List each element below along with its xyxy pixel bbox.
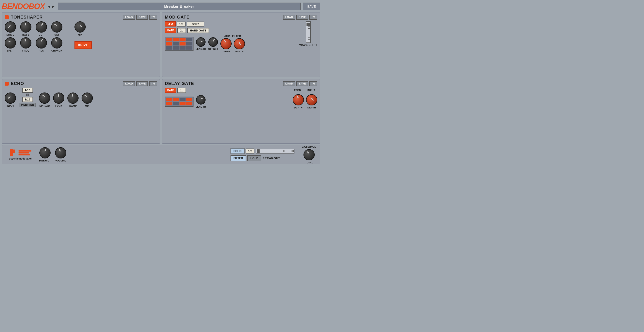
knob-cut[interactable] [36,21,47,33]
preset-name-bar[interactable]: Breaker Breaker [58,3,301,10]
delay-cell-4[interactable] [166,102,172,105]
hold-button[interactable]: HOLD [247,155,261,161]
toneshaper-load-button[interactable]: LOAD [123,15,135,20]
delay-gate-controls: LOAD SAVE !?! [283,81,317,86]
knob-dg-length-label: LENGTH [196,105,206,108]
mod-gate-grid[interactable] [165,37,194,51]
delay-gate-grid[interactable] [165,97,194,107]
knob-mix[interactable] [74,21,86,33]
echo-save-button[interactable]: SAVE [136,81,148,86]
drive-button[interactable]: DRIVE [74,41,92,49]
delay-cell-3[interactable] [186,98,192,101]
knob-volume-label: VOLUME [55,159,66,162]
pingpong-button[interactable]: PINGPONG [19,103,36,107]
gate-cell-10[interactable] [180,46,186,50]
echo-section: ECHO LOAD SAVE !?! INPUT 1/16 [2,79,160,143]
echo-title: ECHO [11,81,24,86]
gate-cell-6[interactable] [180,42,186,46]
delay-cell-7[interactable] [186,102,192,105]
mg-gate-button[interactable]: GATE [165,28,176,33]
separator [298,148,298,161]
knob-bass[interactable] [20,21,32,33]
knob-dg-length[interactable] [196,95,206,105]
echo-value-box[interactable]: 1/2 [246,148,254,153]
knob-mg-length[interactable] [196,37,206,47]
time-connector [26,94,29,96]
knob-dry-wet[interactable] [40,147,50,158]
gate-cell-1[interactable] [173,38,179,41]
mod-gate-load-button[interactable]: LOAD [283,15,295,20]
delay-gate-save-button[interactable]: SAVE [296,81,308,86]
freakout-slider[interactable] [256,149,294,153]
mod-gate-random-button[interactable]: !?! [309,15,317,20]
knob-input[interactable] [5,92,16,104]
gate-cell-5[interactable] [173,42,179,46]
knob-gate-mod-total[interactable] [304,149,315,160]
lfo-button[interactable]: LFO [165,21,176,27]
delay-gate-header: DELAY GATE LOAD SAVE !?! [165,81,317,86]
knob-amp-depth[interactable] [220,38,232,49]
knob-volume-wrap: VOLUME [55,147,66,162]
delay-cell-6[interactable] [180,102,186,105]
knob-damp[interactable] [67,92,78,104]
knob-input-depth[interactable] [306,94,317,105]
delay-cell-0[interactable] [166,98,172,101]
gate-cell-11[interactable] [186,46,192,50]
filter-bottom-button[interactable]: FILTER [230,155,246,161]
toneshaper-section: TONESHAPER LOAD SAVE !?! DRIVE [2,13,160,77]
nav-arrows[interactable]: ◄► [47,4,56,9]
delay-cell-2[interactable] [180,98,186,101]
delay-gate-button[interactable]: GATE [165,88,176,93]
gate-cell-2[interactable] [180,38,186,41]
echo-knobs: INPUT 1/16 1/16 PINGPONG SPREAD FDB [5,88,157,107]
lfo-value-box[interactable]: 1/8 [177,22,186,27]
knob-freq-wrap: FREQ [20,37,32,52]
knob-res-wrap: RES [36,37,47,52]
knob-mix-echo[interactable] [82,92,93,104]
knob-filter-depth[interactable] [234,38,245,49]
gate-cell-3[interactable] [186,38,192,41]
delay-cell-5[interactable] [173,102,179,105]
time-box-1[interactable]: 1/16 [22,88,33,93]
echo-load-button[interactable]: LOAD [123,81,135,86]
echo-bottom-button[interactable]: ECHO [230,148,245,154]
gate-cell-4[interactable] [166,42,172,46]
knob-drive[interactable] [5,21,16,33]
knob-res[interactable] [36,37,47,49]
feed-label: FEED [294,89,301,92]
gate-cell-9[interactable] [173,46,179,50]
knob-mg-offset[interactable] [208,37,218,47]
gate-mod-label: GATE/MOD [302,145,316,148]
delay-gate-value-box[interactable]: 1b [177,88,186,93]
lfo-type-box[interactable]: Saw2 [187,22,204,27]
knob-sat[interactable] [51,21,62,33]
gate-cell-8[interactable] [166,46,172,50]
mg-gate-value-box[interactable]: 2b [177,28,186,33]
wave-shift-slider[interactable] [306,21,311,43]
toneshaper-random-button[interactable]: !?! [149,15,157,20]
logo-lines [18,150,32,155]
echo-random-button[interactable]: !?! [149,81,157,86]
gate-cell-0[interactable] [166,38,172,41]
amp-label: AMP [224,35,230,38]
knob-fdbk[interactable] [53,92,64,104]
input-dg-label: INPUT [307,89,315,92]
delay-gate-load-button[interactable]: LOAD [283,81,295,86]
time-box-2[interactable]: 1/16 [22,97,33,102]
mg-gate-type-box[interactable]: HARD GATE [187,28,209,33]
knob-spread[interactable] [39,92,50,104]
knob-mg-length-label: LENGTH [196,48,206,50]
knob-volume[interactable] [55,147,66,158]
lfo-gate-rows: LFO 1/8 Saw2 GATE 2b HARD GATE [165,21,297,33]
toneshaper-save-button[interactable]: SAVE [136,15,148,20]
knob-split[interactable] [5,37,16,49]
delay-cell-1[interactable] [173,98,179,101]
knob-feed-depth[interactable] [293,94,304,105]
delay-gate-random-button[interactable]: !?! [309,81,317,86]
knob-filter-depth-label: DEPTH [235,50,244,53]
gate-cell-7[interactable] [186,42,192,46]
knob-freq[interactable] [20,37,32,49]
knob-crunch[interactable] [51,37,62,49]
mod-gate-save-button[interactable]: SAVE [296,15,308,20]
header-save-button[interactable]: SAVE [303,3,320,10]
